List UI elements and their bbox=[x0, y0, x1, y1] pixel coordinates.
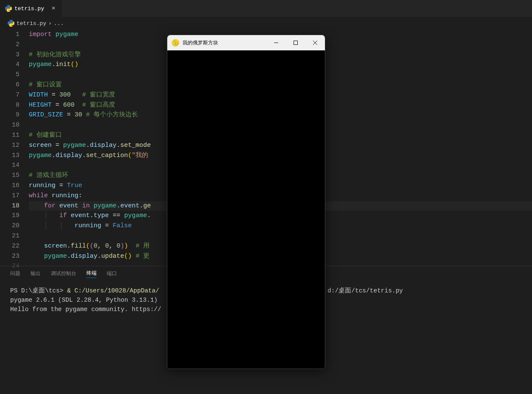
pygame-canvas bbox=[167, 50, 325, 369]
terminal-cmd: & C:/Users/10028/AppData/ bbox=[67, 287, 159, 294]
tab-tetris[interactable]: tetris.py × bbox=[0, 0, 62, 17]
maximize-button[interactable] bbox=[286, 35, 305, 50]
terminal-line: pygame 2.6.1 (SDL 2.28.4, Python 3.13.1) bbox=[10, 297, 158, 303]
pygame-icon: 🐍 bbox=[172, 39, 179, 47]
tab-terminal[interactable]: 终端 bbox=[86, 270, 97, 278]
svg-rect-1 bbox=[294, 41, 298, 45]
minimize-button[interactable] bbox=[266, 35, 286, 50]
line-gutter: 123456789101112131415161718192021222324 bbox=[0, 30, 29, 266]
window-controls bbox=[266, 35, 325, 50]
close-button[interactable] bbox=[305, 35, 325, 50]
tab-bar: tetris.py × bbox=[0, 0, 532, 17]
tab-output[interactable]: 输出 bbox=[30, 270, 41, 277]
breadcrumb-file: tetris.py bbox=[17, 20, 46, 27]
tab-ports[interactable]: 端口 bbox=[107, 270, 117, 277]
python-icon bbox=[8, 20, 14, 27]
close-icon[interactable]: × bbox=[50, 5, 57, 12]
python-icon bbox=[5, 5, 12, 12]
terminal-line: Hello from the pygame community. https:/… bbox=[10, 306, 161, 313]
pygame-titlebar[interactable]: 🐍 我的俄罗斯方块 bbox=[167, 35, 325, 50]
terminal-prompt: PS D:\桌面\tcs> bbox=[10, 287, 67, 294]
breadcrumb-sep: › bbox=[48, 20, 52, 27]
tab-debug-console[interactable]: 调试控制台 bbox=[51, 270, 76, 277]
breadcrumb[interactable]: tetris.py › ... bbox=[0, 17, 532, 30]
pygame-title: 我的俄罗斯方块 bbox=[183, 39, 218, 47]
tab-label: tetris.py bbox=[14, 6, 44, 12]
pygame-window[interactable]: 🐍 我的俄罗斯方块 bbox=[167, 35, 325, 369]
terminal-arg: e d:/桌面/tcs/tetris.py bbox=[320, 287, 403, 294]
breadcrumb-rest: ... bbox=[54, 20, 64, 27]
